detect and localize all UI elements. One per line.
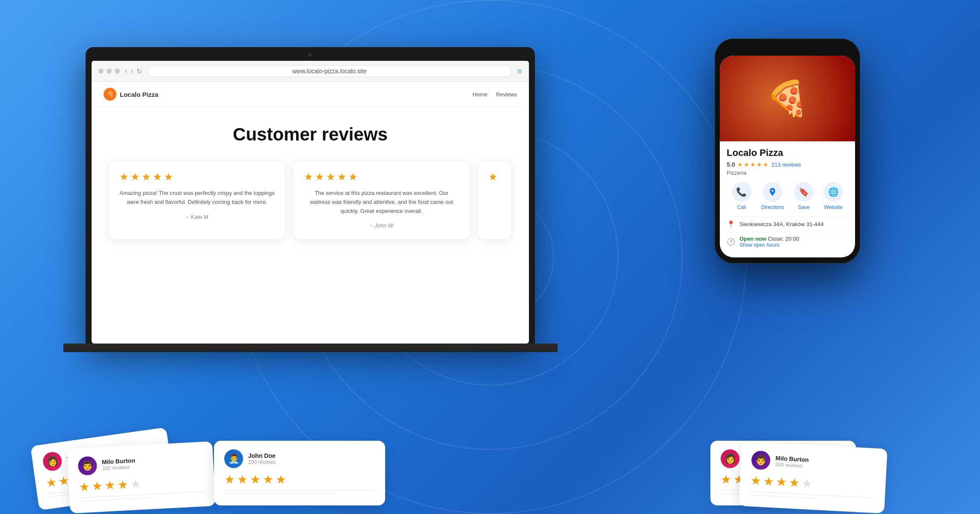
phone-business-name: Localo Pizza	[727, 147, 848, 158]
nav-reviews[interactable]: Reviews	[496, 91, 517, 98]
phone-action-directions[interactable]: Directions	[761, 182, 784, 210]
review-card-2: ★ ★ ★ ★ ★ The service at this pizza rest…	[293, 160, 470, 239]
directions-label: Directions	[761, 204, 784, 210]
browser-bar: ‹ › ↻ www.localo-pizza.localo.site ≡	[92, 61, 529, 82]
laptop-mockup: ‹ › ↻ www.localo-pizza.localo.site ≡ 🍕 L…	[86, 47, 535, 352]
forward-button[interactable]: ›	[131, 67, 133, 75]
browser-menu-icon[interactable]: ≡	[517, 66, 522, 76]
fcard-star-2: ★	[237, 472, 248, 487]
pizza-image-visual: 🍕	[720, 56, 855, 141]
review-text-1: Amazing pizza! The crust was perfectly c…	[119, 189, 275, 207]
avatar-female2-icon: 👩	[721, 449, 739, 468]
phone-screen: 🍕 Localo Pizza 5.0 ★ ★ ★ ★ ★	[720, 56, 855, 257]
laptop-body: ‹ › ↻ www.localo-pizza.localo.site ≡ 🍕 L…	[86, 47, 535, 344]
phone-category: Pizzeria	[727, 170, 848, 176]
fcard-stars-2: ★ ★ ★ ★ ★	[79, 473, 204, 494]
floating-card-5: 👨 Milo Burton 200 reviews ★ ★ ★ ★ ★	[739, 441, 887, 514]
nav-home[interactable]: Home	[472, 91, 487, 98]
fcard-star-3: ★	[104, 478, 116, 493]
fcard-star-1: ★	[79, 479, 90, 494]
star-4: ★	[153, 171, 162, 183]
fcard-star-3: ★	[250, 472, 261, 487]
floating-card-2: 👨 Milo Burton 200 reviews ★ ★ ★ ★ ★	[67, 441, 215, 514]
review-stars-3: ★	[488, 171, 501, 183]
fcard-user-info-3: John Doe 200 reviews	[248, 452, 276, 465]
fcard-star-empty-5: ★	[130, 477, 142, 491]
page-title: Customer reviews	[109, 124, 512, 145]
fcard-user-info-5: Milo Burton 200 reviews	[775, 454, 809, 469]
phone-star-2: ★	[744, 161, 749, 168]
fcard-star-4: ★	[788, 475, 800, 490]
reload-button[interactable]: ↻	[137, 67, 142, 75]
star-3: ★	[142, 171, 151, 183]
call-icon: 📞	[732, 182, 751, 202]
phone-content: Localo Pizza 5.0 ★ ★ ★ ★ ★ 213 reviews P…	[720, 141, 855, 257]
star-1: ★	[119, 171, 129, 183]
website-label: Website	[824, 204, 843, 210]
fcard-avatar-5: 👨	[751, 450, 771, 470]
fcard-star-3: ★	[775, 475, 787, 490]
phone-address-row: 📍 Sienkiewicza 34A, Kraków 31-444	[727, 216, 848, 232]
fcard-stars-3: ★ ★ ★ ★ ★	[224, 472, 375, 487]
phone-action-save[interactable]: 🔖 Save	[794, 182, 814, 210]
back-button[interactable]: ‹	[125, 67, 127, 75]
phone-hours-detail[interactable]: Show open hours	[739, 242, 799, 248]
website-main: Customer reviews ★ ★ ★ ★ ★ Amazing piz	[92, 107, 529, 248]
phone-notch	[762, 45, 813, 56]
fcard-lines-3	[224, 490, 375, 494]
laptop-camera	[309, 53, 312, 57]
browser-dot-3	[115, 69, 120, 74]
browser-url-bar[interactable]: www.localo-pizza.localo.site	[147, 65, 512, 77]
url-text: www.localo-pizza.localo.site	[292, 68, 367, 75]
star-2: ★	[315, 171, 324, 183]
floating-card-3: 👨‍💼 John Doe 200 reviews ★ ★ ★ ★ ★	[214, 441, 385, 505]
review-author-1: ~ Kate M	[119, 214, 275, 220]
browser-dots	[98, 69, 120, 74]
avatar-male-icon: 👨‍💼	[224, 449, 243, 468]
review-author-2: ~ John W	[304, 222, 459, 229]
phone-stars: ★ ★ ★ ★ ★	[737, 161, 769, 168]
star-4: ★	[337, 171, 347, 183]
phone-hero-image: 🍕	[720, 56, 855, 141]
star-1: ★	[488, 171, 498, 183]
browser-nav[interactable]: ‹ › ↻	[125, 67, 142, 75]
avatar-female-icon: 👩	[42, 451, 63, 472]
fcard-header-2: 👨 Milo Burton 200 reviews	[77, 450, 203, 475]
fcard-star-2: ★	[763, 474, 775, 489]
phone-reviews-link[interactable]: 213 reviews	[771, 161, 801, 168]
phone-body: 🍕 Localo Pizza 5.0 ★ ★ ★ ★ ★	[715, 39, 860, 263]
star-5: ★	[164, 171, 173, 183]
browser-dot-1	[98, 69, 104, 74]
fcard-star-2: ★	[92, 479, 103, 493]
logo-text: Localo Pizza	[120, 91, 158, 98]
phone-rating-number: 5.0	[727, 161, 735, 168]
phone-action-call[interactable]: 📞 Call	[732, 182, 751, 210]
star-5: ★	[348, 171, 358, 183]
phone-star-4: ★	[757, 161, 762, 168]
fcard-star-1: ★	[224, 472, 235, 487]
fcard-star-1: ★	[45, 475, 57, 490]
phone-action-buttons: 📞 Call Directions 🔖	[727, 182, 848, 210]
website-logo: 🍕 Localo Pizza	[104, 88, 158, 101]
fcard-header-5: 👨 Milo Burton 200 reviews	[751, 450, 877, 475]
fcard-star-4: ★	[263, 472, 273, 487]
phone-rating-row: 5.0 ★ ★ ★ ★ ★ 213 reviews	[727, 161, 848, 168]
fcard-star-empty: ★	[801, 476, 813, 491]
fcard-user-info-2: Milo Burton 200 reviews	[102, 457, 136, 472]
star-3: ★	[326, 171, 336, 183]
phone-action-website[interactable]: 🌐 Website	[823, 182, 843, 210]
avatar-male2-icon: 👨	[77, 456, 97, 475]
phone-open-status: Open now	[739, 236, 766, 242]
fcard-line	[750, 494, 818, 499]
website-nav: 🍕 Localo Pizza Home Reviews	[92, 82, 529, 107]
laptop-screen: ‹ › ↻ www.localo-pizza.localo.site ≡ 🍕 L…	[92, 61, 529, 344]
avatar-male3-icon: 👨	[751, 450, 771, 470]
fcard-avatar-1: 👩	[42, 451, 63, 472]
website-nav-links: Home Reviews	[472, 91, 517, 98]
browser-dot-2	[107, 69, 112, 74]
location-pin-icon: 📍	[727, 220, 735, 228]
review-card-3-partial: ★	[478, 160, 512, 239]
save-label: Save	[798, 204, 810, 210]
phone-close-label: Close: 20:00	[768, 236, 799, 242]
review-cards-container: ★ ★ ★ ★ ★ Amazing pizza! The crust was p…	[109, 160, 512, 239]
